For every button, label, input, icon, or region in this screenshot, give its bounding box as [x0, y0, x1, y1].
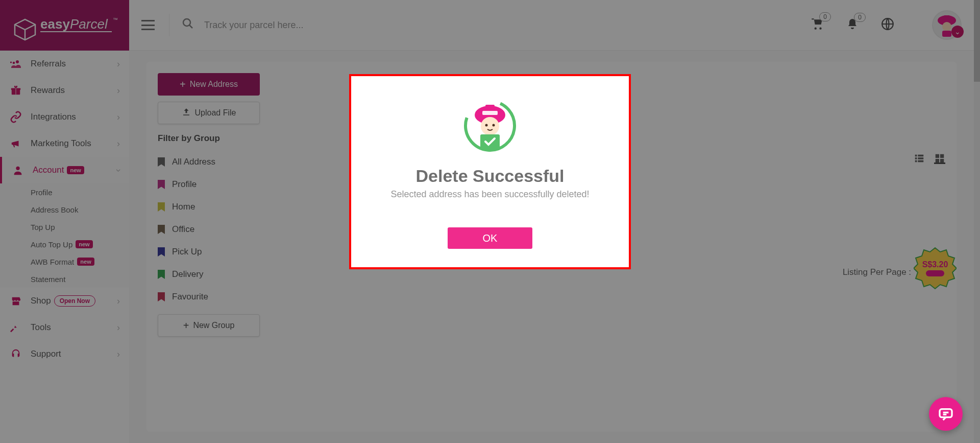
delete-success-modal: Delete Successful Selected address has b… [351, 76, 629, 267]
modal-title: Delete Successful [372, 166, 608, 186]
modal-mascot-icon [462, 98, 518, 154]
svg-point-38 [493, 124, 495, 127]
svg-point-37 [485, 124, 488, 127]
modal-overlay[interactable]: Delete Successful Selected address has b… [0, 0, 980, 443]
modal-highlight-border: Delete Successful Selected address has b… [349, 74, 631, 269]
chat-fab[interactable] [929, 397, 963, 431]
modal-subtitle: Selected address has been successfully d… [372, 189, 608, 200]
svg-point-36 [481, 117, 499, 135]
svg-rect-34 [485, 105, 495, 110]
svg-rect-39 [480, 134, 500, 149]
chat-icon [938, 406, 954, 422]
modal-ok-button[interactable]: OK [448, 227, 532, 249]
svg-rect-35 [482, 111, 498, 115]
